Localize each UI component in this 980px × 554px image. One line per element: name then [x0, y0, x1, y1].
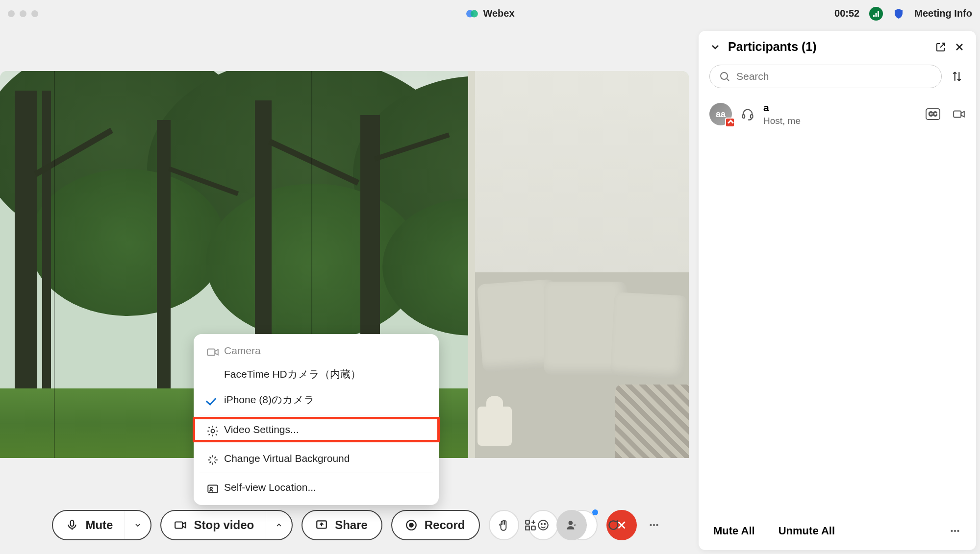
avatar: aa	[709, 103, 732, 125]
app-window: Webex 00:52 Meeting Info	[0, 0, 980, 554]
camera-icon	[206, 346, 219, 359]
svg-rect-10	[176, 522, 183, 529]
mute-button[interactable]: Mute	[52, 510, 151, 540]
svg-point-8	[210, 487, 212, 489]
gear-icon	[206, 425, 219, 437]
svg-point-13	[409, 523, 413, 527]
meeting-toolbar: Mute Stop video	[0, 510, 689, 540]
menu-divider	[200, 415, 433, 415]
app-title: Webex	[465, 7, 514, 20]
sparkle-icon	[206, 454, 219, 466]
webex-logo-icon	[465, 7, 478, 20]
raise-hand-button[interactable]	[489, 510, 519, 540]
cc-icon[interactable]: CC	[925, 108, 941, 120]
camera-option-iphone[interactable]: iPhone (8)のカメラ	[194, 387, 439, 412]
svg-rect-20	[526, 520, 529, 524]
svg-rect-28	[751, 115, 753, 118]
participant-row[interactable]: aa a Host, me CC	[699, 95, 976, 133]
camera-option-facetime[interactable]: FaceTime HDカメラ（内蔵）	[194, 361, 439, 387]
mute-options-caret[interactable]	[125, 511, 151, 539]
svg-point-32	[951, 530, 953, 532]
svg-point-34	[957, 530, 959, 532]
svg-point-23	[650, 524, 652, 526]
minimize-window[interactable]	[20, 10, 26, 17]
chat-button[interactable]	[598, 510, 628, 540]
collapse-panel-icon[interactable]	[709, 41, 721, 53]
video-area: Camera FaceTime HDカメラ（内蔵） iPhone (8)のカメラ…	[0, 27, 689, 554]
svg-point-24	[653, 524, 655, 526]
participants-panel: Participants (1)	[699, 31, 976, 550]
participants-more-button[interactable]	[949, 525, 961, 537]
unmute-all-button[interactable]: Unmute All	[779, 525, 835, 537]
search-input[interactable]	[736, 71, 932, 82]
video-options-caret[interactable]	[266, 511, 292, 539]
selfview-icon	[206, 482, 219, 495]
meeting-timer: 00:52	[834, 8, 859, 19]
window-controls	[8, 10, 38, 17]
svg-rect-2	[873, 15, 875, 17]
video-options-menu: Camera FaceTime HDカメラ（内蔵） iPhone (8)のカメラ…	[194, 334, 439, 505]
svg-rect-4	[878, 11, 879, 17]
share-icon	[315, 519, 328, 531]
mute-all-button[interactable]: Mute All	[713, 525, 755, 537]
svg-point-1	[470, 10, 477, 17]
close-panel-icon[interactable]	[954, 41, 965, 53]
svg-rect-31	[954, 111, 961, 118]
svg-point-26	[721, 72, 728, 79]
host-badge-icon	[725, 118, 735, 127]
menu-divider	[200, 473, 433, 473]
svg-rect-3	[876, 13, 877, 17]
apps-button[interactable]	[515, 510, 546, 540]
svg-point-22	[569, 521, 573, 525]
svg-point-6	[211, 430, 215, 433]
video-settings-item[interactable]: Video Settings...	[194, 418, 439, 441]
headset-icon	[741, 107, 754, 121]
search-icon	[719, 71, 730, 82]
record-button[interactable]: Record	[391, 510, 480, 540]
participant-video-icon[interactable]	[953, 108, 965, 120]
svg-text:CC: CC	[929, 111, 937, 118]
camera-section-label: Camera	[194, 340, 439, 361]
participants-title: Participants (1)	[728, 40, 928, 54]
participants-search[interactable]	[709, 65, 942, 88]
change-virtual-background-item[interactable]: Change Virtual Background	[194, 447, 439, 470]
titlebar-right: 00:52 Meeting Info	[834, 7, 972, 21]
participant-role: Host, me	[763, 116, 801, 126]
svg-rect-9	[71, 520, 74, 526]
record-icon	[405, 519, 418, 531]
close-window[interactable]	[8, 10, 15, 17]
network-quality-icon[interactable]	[869, 7, 883, 21]
participants-toggle[interactable]	[556, 510, 587, 540]
zoom-window[interactable]	[31, 10, 38, 17]
stop-video-button[interactable]: Stop video	[160, 510, 293, 540]
microphone-icon	[66, 519, 78, 531]
svg-point-33	[954, 530, 956, 532]
camera-icon	[174, 519, 187, 531]
share-button[interactable]: Share	[302, 510, 382, 540]
titlebar: Webex 00:52 Meeting Info	[0, 0, 980, 27]
svg-rect-21	[531, 526, 535, 530]
shield-icon[interactable]	[893, 8, 905, 20]
participant-name: a	[763, 102, 801, 114]
selfview-location-item[interactable]: Self-view Location...	[194, 476, 439, 499]
sort-participants-button[interactable]	[949, 68, 965, 85]
popout-icon[interactable]	[935, 41, 947, 53]
svg-rect-27	[743, 115, 745, 118]
menu-divider	[200, 444, 433, 444]
meeting-info-button[interactable]: Meeting Info	[914, 8, 972, 19]
svg-rect-5	[207, 349, 215, 356]
svg-point-25	[656, 524, 658, 526]
panel-options-button[interactable]	[639, 510, 669, 540]
app-name: Webex	[483, 8, 514, 19]
